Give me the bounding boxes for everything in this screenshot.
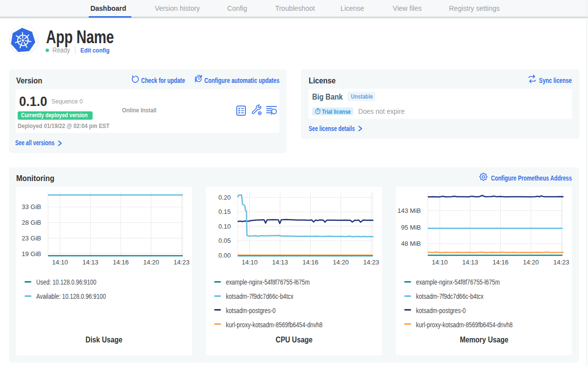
svg-text:14:10: 14:10 [52, 259, 68, 266]
svg-text:48 MiB: 48 MiB [401, 240, 421, 247]
svg-text:14:20: 14:20 [523, 259, 539, 266]
svg-text:14:16: 14:16 [113, 259, 129, 266]
svg-text:14:16: 14:16 [302, 259, 318, 266]
svg-text:0.20: 0.20 [219, 194, 231, 201]
svg-text:0.10: 0.10 [219, 223, 231, 230]
svg-text:14:10: 14:10 [432, 259, 448, 266]
svg-text:14:20: 14:20 [143, 259, 159, 266]
svg-text:14:20: 14:20 [333, 259, 349, 266]
svg-text:28 GiB: 28 GiB [22, 219, 41, 226]
svg-text:0.05: 0.05 [219, 237, 231, 244]
svg-text:14:13: 14:13 [462, 259, 478, 266]
svg-text:14:16: 14:16 [492, 259, 509, 266]
svg-text:95 MiB: 95 MiB [401, 224, 421, 231]
svg-text:14:23: 14:23 [363, 259, 379, 266]
svg-text:14:10: 14:10 [242, 259, 258, 266]
svg-text:14:13: 14:13 [272, 259, 288, 266]
svg-text:0.00: 0.00 [219, 252, 231, 259]
svg-text:14:23: 14:23 [173, 259, 190, 266]
svg-text:14:23: 14:23 [553, 259, 569, 266]
svg-text:33 GiB: 33 GiB [22, 203, 41, 210]
svg-text:14:13: 14:13 [82, 259, 98, 266]
svg-text:23 GiB: 23 GiB [22, 235, 41, 242]
svg-text:19 GiB: 19 GiB [22, 250, 41, 258]
svg-text:143 MiB: 143 MiB [397, 207, 421, 214]
svg-text:0.15: 0.15 [219, 208, 231, 215]
